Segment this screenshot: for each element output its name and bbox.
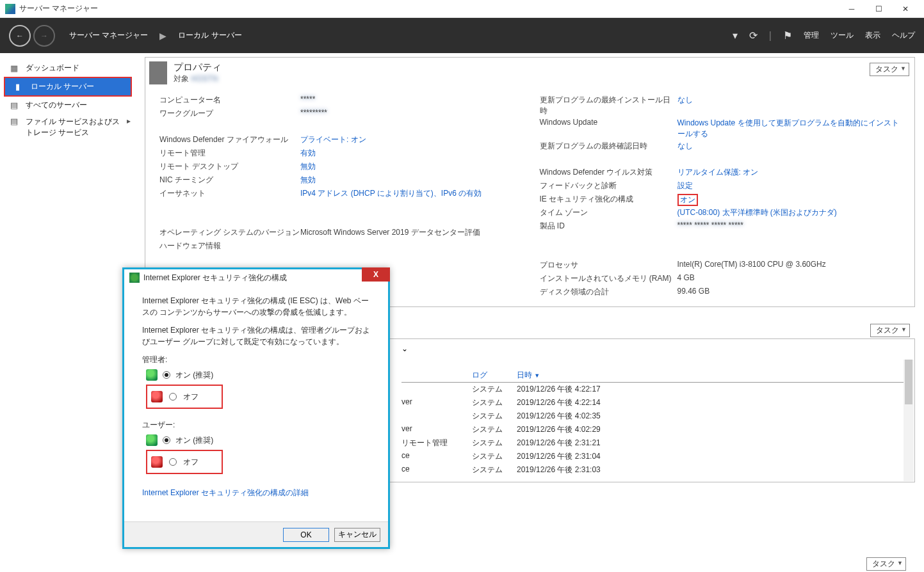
radio-user-off[interactable] bbox=[169, 458, 177, 466]
dialog-details-link[interactable]: Internet Explorer セキュリティ強化の構成の詳細 bbox=[142, 487, 309, 498]
event-row[interactable]: verシステム2019/12/26 午後 4:22:14 bbox=[401, 396, 907, 409]
property-value: ********* bbox=[300, 108, 521, 120]
tasks-dropdown-events[interactable]: タスク bbox=[870, 324, 910, 337]
properties-right-col: 更新プログラムの最終インストール日時なしWindows UpdateWindow… bbox=[540, 95, 901, 299]
close-button[interactable]: ✕ bbox=[892, 1, 919, 17]
ok-button[interactable]: OK bbox=[283, 528, 329, 542]
server-icon: ▮ bbox=[15, 82, 24, 91]
property-label: オペレーティング システムのバージョン bbox=[159, 227, 300, 239]
property-value: ***** ***** ***** ***** bbox=[677, 221, 901, 233]
breadcrumb-root[interactable]: サーバー マネージャー bbox=[69, 30, 148, 41]
property-label: プロセッサ bbox=[540, 260, 677, 272]
sidebar-item-file-services[interactable]: ▤ファイル サービスおよびストレージ サービス▸ bbox=[0, 114, 136, 141]
user-on-row[interactable]: オン (推奨) bbox=[142, 434, 375, 446]
sidebar-item-local-server[interactable]: ▮ローカル サーバー bbox=[5, 78, 131, 95]
chevron-right-icon: ▸ bbox=[127, 116, 131, 125]
property-value[interactable]: 有効 bbox=[300, 148, 521, 160]
property-row: リモート デスクトップ無効 bbox=[159, 161, 521, 173]
cancel-button[interactable]: キャンセル bbox=[334, 528, 380, 542]
property-value[interactable]: (UTC-08:00) 太平洋標準時 (米国およびカナダ) bbox=[677, 207, 901, 219]
property-label: インストールされているメモリ (RAM) bbox=[540, 273, 677, 285]
property-value[interactable]: リアルタイム保護: オン bbox=[677, 167, 901, 179]
event-row[interactable]: ceシステム2019/12/26 午後 2:31:03 bbox=[401, 463, 907, 477]
tasks-dropdown-bottom[interactable]: タスク bbox=[866, 557, 906, 571]
property-label: 製品 ID bbox=[540, 221, 677, 233]
app-icon bbox=[5, 4, 15, 14]
radio-admin-on[interactable] bbox=[163, 371, 170, 379]
property-label: イーサネット bbox=[159, 188, 300, 200]
property-value bbox=[300, 241, 521, 253]
property-label: リモート管理 bbox=[159, 148, 300, 160]
property-label: Windows Defender ファイアウォール bbox=[159, 134, 300, 147]
flag-icon[interactable]: ⚑ bbox=[783, 29, 792, 42]
property-row: プロセッサIntel(R) Core(TM) i3-8100 CPU @ 3.6… bbox=[540, 260, 901, 272]
events-header: ログ 日時 ▼ bbox=[401, 370, 907, 383]
expand-icon[interactable]: ⌄ bbox=[401, 344, 907, 353]
event-row[interactable]: リモート管理システム2019/12/26 午後 2:31:21 bbox=[401, 436, 907, 450]
property-value[interactable]: 設定 bbox=[677, 180, 901, 193]
ie-esc-dialog: Internet Explorer セキュリティ強化の構成 X Internet… bbox=[122, 267, 390, 549]
panel-title: プロパティ bbox=[174, 61, 222, 74]
property-value[interactable]: 無効 bbox=[300, 175, 521, 187]
maximize-button[interactable]: ☐ bbox=[865, 1, 892, 17]
dashboard-icon: ▦ bbox=[10, 63, 19, 73]
property-label: 更新プログラムの最終インストール日時 bbox=[540, 95, 677, 116]
menu-view[interactable]: 表示 bbox=[865, 30, 880, 41]
user-label: ユーザー: bbox=[142, 419, 375, 431]
event-row[interactable]: verシステム2019/12/26 午後 4:02:29 bbox=[401, 423, 907, 436]
minimize-button[interactable]: ─ bbox=[838, 1, 865, 17]
sidebar-item-all-servers[interactable]: ▤すべてのサーバー bbox=[0, 97, 136, 114]
events-col-datetime[interactable]: 日時 ▼ bbox=[517, 370, 645, 381]
panel-icon bbox=[149, 61, 167, 84]
dialog-icon bbox=[129, 273, 140, 283]
property-value[interactable]: なし bbox=[677, 141, 901, 153]
property-row: フィードバックと診断設定 bbox=[540, 180, 901, 193]
dropdown-icon[interactable]: ▾ bbox=[733, 29, 738, 42]
scrollbar[interactable] bbox=[904, 360, 914, 481]
nav-back-button[interactable]: ← bbox=[9, 25, 31, 47]
sidebar-item-dashboard[interactable]: ▦ダッシュボード bbox=[0, 60, 136, 77]
sidebar: ▦ダッシュボード ▮ローカル サーバー ▤すべてのサーバー ▤ファイル サービス… bbox=[0, 53, 136, 572]
property-row: ワークグループ********* bbox=[159, 108, 521, 120]
property-value[interactable]: IPv4 アドレス (DHCP により割り当て)、IPv6 の有効 bbox=[300, 188, 521, 200]
property-label: Windows Update bbox=[540, 118, 677, 139]
property-label: Windows Defender ウイルス対策 bbox=[540, 167, 677, 179]
dialog-close-button[interactable]: X bbox=[362, 267, 390, 282]
menu-manage[interactable]: 管理 bbox=[804, 30, 819, 41]
event-row[interactable]: ceシステム2019/12/26 午後 2:31:04 bbox=[401, 450, 907, 463]
menu-tools[interactable]: ツール bbox=[831, 30, 854, 41]
property-label: タイム ゾーン bbox=[540, 207, 677, 219]
scrollbar-thumb[interactable] bbox=[905, 360, 912, 404]
event-row[interactable]: システム2019/12/26 午後 4:02:35 bbox=[401, 409, 907, 423]
property-value[interactable]: なし bbox=[677, 95, 901, 116]
radio-admin-off[interactable] bbox=[169, 393, 177, 401]
property-label: IE セキュリティ強化の構成 bbox=[540, 194, 677, 206]
nav-forward-button[interactable]: → bbox=[33, 25, 55, 47]
refresh-icon[interactable]: ⟳ bbox=[749, 29, 758, 42]
property-value[interactable]: プライベート: オン bbox=[300, 134, 521, 147]
shield-green-icon bbox=[146, 434, 158, 446]
property-label: 更新プログラムの最終確認日時 bbox=[540, 141, 677, 153]
property-row: IE セキュリティ強化の構成オン bbox=[540, 194, 901, 206]
property-label: NIC チーミング bbox=[159, 175, 300, 187]
property-value[interactable]: Windows Update を使用して更新プログラムを自動的にインストールする bbox=[677, 118, 901, 139]
property-label: ハードウェア情報 bbox=[159, 241, 300, 253]
admin-label: 管理者: bbox=[142, 354, 375, 365]
property-row: 更新プログラムの最終確認日時なし bbox=[540, 141, 901, 153]
property-value[interactable]: オン bbox=[677, 194, 901, 206]
radio-user-on[interactable] bbox=[163, 436, 170, 444]
events-col-log[interactable]: ログ bbox=[472, 370, 517, 381]
property-row: タイム ゾーン(UTC-08:00) 太平洋標準時 (米国およびカナダ) bbox=[540, 207, 901, 219]
tasks-dropdown[interactable]: タスク bbox=[870, 63, 909, 76]
property-value[interactable]: 無効 bbox=[300, 161, 521, 173]
property-value: Intel(R) Core(TM) i3-8100 CPU @ 3.60GHz bbox=[677, 260, 901, 272]
window-titlebar: サーバー マネージャー ─ ☐ ✕ bbox=[0, 0, 924, 18]
property-label: フィードバックと診断 bbox=[540, 180, 677, 193]
events-col-source[interactable] bbox=[401, 370, 472, 381]
chevron-right-icon: ▶ bbox=[159, 31, 166, 41]
property-label: ディスク領域の合計 bbox=[540, 287, 677, 299]
admin-on-row[interactable]: オン (推奨) bbox=[142, 369, 375, 381]
dialog-titlebar[interactable]: Internet Explorer セキュリティ強化の構成 bbox=[124, 269, 388, 286]
event-row[interactable]: システム2019/12/26 午後 4:22:17 bbox=[401, 383, 907, 396]
menu-help[interactable]: ヘルプ bbox=[892, 30, 915, 41]
